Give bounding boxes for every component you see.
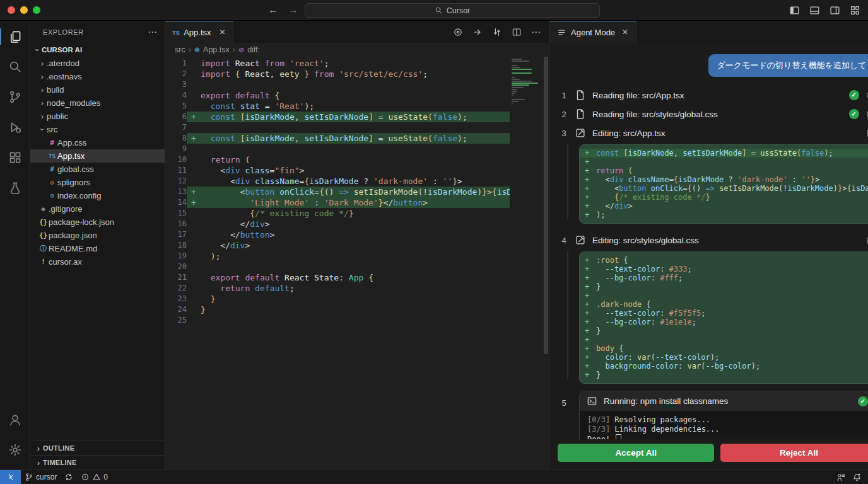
layout-panel-icon[interactable]	[809, 5, 820, 16]
close-tab-icon[interactable]: ✕	[220, 28, 226, 37]
diff-plus: +	[187, 197, 201, 208]
breadcrumb-file[interactable]: App.tsx	[203, 45, 230, 54]
code-text	[201, 79, 510, 90]
minimap[interactable]	[512, 59, 542, 109]
feedback-icon[interactable]	[836, 473, 846, 482]
tree-item-readme-md[interactable]: ⓘREADME.md	[30, 242, 165, 255]
tree-item-bulld[interactable]: ›bulld	[30, 83, 165, 96]
close-window-button[interactable]	[8, 6, 15, 14]
tree-item-eostnavs[interactable]: ›.eostnavs	[30, 70, 165, 83]
tree-item-package-json[interactable]: {}package.json	[30, 229, 165, 242]
tab-agent-mode[interactable]: Agent Mode ✕	[549, 21, 636, 43]
minimize-window-button[interactable]	[20, 6, 28, 14]
tree-item-public[interactable]: ›public	[30, 110, 165, 123]
clipboard-icon[interactable]	[865, 128, 868, 138]
agent-step-5: 5Running: npm install classnames[0/3] Re…	[560, 391, 868, 439]
activity-item-account[interactable]	[0, 409, 30, 430]
problems-indicator[interactable]: 0	[77, 470, 112, 484]
forward-arrow-icon[interactable]: →	[288, 4, 298, 16]
diff-plus: +	[585, 353, 596, 362]
minimap-line	[512, 60, 529, 62]
goto-icon[interactable]	[472, 27, 483, 37]
diff-plus: +	[585, 202, 596, 210]
activity-item-files[interactable]	[0, 26, 30, 47]
code-line: 17 </button>	[165, 229, 510, 240]
breadcrumb-symbol[interactable]: diff:	[247, 45, 260, 54]
branch-name: cursor	[36, 473, 57, 481]
tree-item-gitignore[interactable]: ◆.gitignore	[30, 202, 165, 216]
back-arrow-icon[interactable]: ←	[268, 4, 278, 16]
layout-sidebar-right-icon[interactable]	[830, 5, 840, 16]
bell-icon[interactable]	[852, 473, 862, 482]
tree-item-package-lock-json[interactable]: {}package-lock.json	[30, 216, 165, 229]
breadcrumb-src[interactable]: src	[175, 45, 185, 54]
remote-icon	[6, 473, 15, 481]
code-text: return default;	[201, 283, 510, 294]
outline-section[interactable]: › OUTLINE	[30, 441, 165, 455]
split-editor-icon[interactable]	[512, 27, 522, 37]
step-row[interactable]: 3Editing: src/App.tsx	[560, 124, 868, 142]
diff-line: +return (	[580, 166, 868, 175]
terminal-header[interactable]: Running: npm install classnames	[580, 391, 868, 411]
line-number: 15	[165, 208, 187, 219]
accept-all-button[interactable]: Accept All	[558, 444, 714, 462]
file-icon: #	[47, 165, 57, 173]
line-number: 5	[165, 101, 187, 112]
files-icon	[8, 30, 22, 43]
diff-plus	[187, 144, 201, 154]
diff-plus	[187, 304, 201, 315]
activity-item-source-control[interactable]	[0, 86, 30, 108]
more-actions-icon[interactable]: ⋯	[148, 26, 157, 38]
tree-item-app-css[interactable]: #App.css	[30, 136, 165, 149]
minimap-line	[512, 91, 517, 92]
tree-item-app-tsx[interactable]: TSApp.tsx	[30, 149, 165, 163]
tree-item-src[interactable]: ›src	[30, 123, 165, 136]
activity-item-run-debug[interactable]	[0, 117, 30, 138]
remote-indicator[interactable]	[0, 470, 21, 484]
tree-item-node-modules[interactable]: ›node_modules	[30, 96, 165, 110]
tree-item-aterrdod[interactable]: ›.aterrdod	[30, 57, 165, 70]
history-icon[interactable]	[865, 109, 868, 119]
zoom-window-button[interactable]	[33, 6, 40, 14]
titlebar: ← → Cursor	[0, 0, 868, 21]
tree-item-index-config[interactable]: ⚙index.config	[30, 189, 165, 202]
line-number: 8	[165, 133, 187, 144]
tree-item-cursor-ax[interactable]: !cursor.ax	[30, 255, 165, 268]
activity-item-extensions[interactable]	[0, 147, 30, 168]
layout-custom-icon[interactable]	[850, 5, 860, 16]
diff-plus	[187, 251, 201, 262]
sync-indicator[interactable]	[61, 470, 77, 484]
close-tab-icon[interactable]: ✕	[622, 28, 628, 37]
command-center-search[interactable]: Cursor	[305, 3, 600, 18]
timeline-section[interactable]: › TIMELINE	[30, 455, 165, 470]
diff-plus	[187, 69, 201, 79]
open-changes-icon[interactable]	[453, 27, 463, 37]
clipboard-icon[interactable]	[865, 235, 868, 245]
code-area[interactable]: 1import React from 'react';2import { Rea…	[165, 57, 549, 470]
editor-toolbar: ⋯	[453, 21, 549, 43]
step-row[interactable]: 1Reading file: src/App.tsx	[560, 86, 868, 105]
activity-item-search[interactable]	[0, 56, 30, 78]
layout-sidebar-icon[interactable]	[789, 5, 800, 16]
diff-line: +	[580, 158, 868, 166]
more-actions-icon[interactable]: ⋯	[531, 26, 541, 38]
code-line: 8+ const [isDarkMode, setIsDarkNode] = u…	[165, 133, 510, 144]
tree-item-global-css[interactable]: #global.css	[30, 163, 165, 176]
reject-all-button[interactable]: Reject All	[720, 444, 868, 462]
compare-icon[interactable]	[492, 27, 502, 37]
history-icon[interactable]	[865, 90, 868, 100]
project-section-header[interactable]: › CURSOR AI	[30, 43, 165, 57]
editor-scrollbar[interactable]	[544, 57, 548, 354]
step-row[interactable]: 2Reading file: src/styles/global.css	[560, 105, 868, 124]
code-text	[201, 144, 510, 154]
step-row[interactable]: 4Editing: src/styles/global.css	[560, 231, 868, 250]
diff-plus: +	[585, 326, 596, 335]
activity-item-settings-gear[interactable]	[0, 439, 30, 461]
code-line: 20	[165, 262, 510, 272]
tree-item-splignors[interactable]: ◇splignors	[30, 176, 165, 189]
activity-item-testing[interactable]	[0, 177, 30, 199]
breadcrumb[interactable]: src › ❋ App.tsx › ⊘ diff:	[165, 43, 549, 57]
code-line: 24}	[165, 304, 510, 315]
tab-app-tsx[interactable]: TS App.tsx ✕	[165, 21, 233, 43]
branch-indicator[interactable]: cursor	[21, 470, 61, 484]
